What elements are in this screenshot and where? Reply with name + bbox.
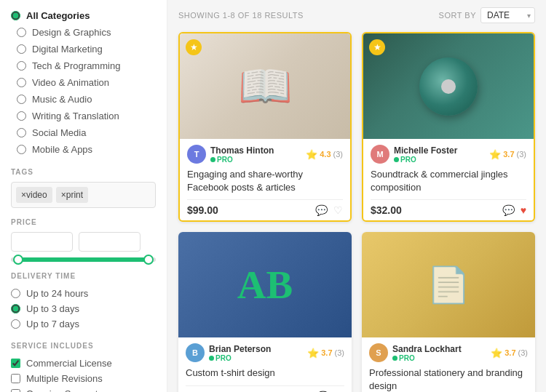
card-1-avatar: T (187, 145, 206, 164)
category-writing-label: Writing & Translation (32, 111, 119, 121)
card-3-body: B Brian Peterson PRO ⭐ 3.7 (178, 337, 352, 392)
card-2-seller-name: Michelle Foster (394, 145, 457, 156)
category-all-label: All Categories (26, 10, 90, 21)
price-min-input[interactable]: 32 (11, 232, 73, 252)
card-1-image: 📖 (180, 33, 350, 139)
service-includes-label: SERVICE INCLUDES (11, 342, 156, 350)
card-3-seller-info: B Brian Peterson PRO (186, 343, 271, 362)
card-2-rating-count: (3) (517, 150, 526, 159)
sort-wrapper: DATE RATING PRICE (480, 7, 535, 23)
tag-video[interactable]: ×video (16, 187, 52, 203)
card-2-body: M Michelle Foster PRO ⭐ 3.7 (363, 139, 534, 220)
card-1-seller-row: T Thomas Hinton PRO ⭐ 4.3 (187, 145, 343, 164)
card-1-rating-value: 4.3 (320, 150, 331, 159)
card-1-comment-icon[interactable]: 💬 (315, 204, 328, 216)
card-4-seller-details: Sandra Lockhart PRO (392, 344, 462, 362)
card-3-star-icon: ⭐ (307, 348, 319, 359)
price-row: 32 99 (11, 232, 156, 252)
tags-section: TAGS ×video ×print (11, 168, 156, 208)
category-all-radio[interactable] (11, 11, 20, 20)
card-4-avatar: S (369, 343, 388, 362)
card-2-like-icon[interactable]: ♥ (521, 204, 526, 216)
card-3-rating-count: (3) (335, 348, 344, 357)
service-commercial[interactable]: Commercial License (11, 356, 156, 371)
card-1-pro-dot (210, 157, 215, 162)
category-social-label: Social Media (32, 127, 86, 138)
card-4-pro-dot (392, 356, 397, 361)
delivery-24h[interactable]: Up to 24 hours (11, 286, 156, 301)
card-1-featured-badge: ★ (186, 39, 202, 55)
card-3-title: Custom t-shirt design (186, 367, 344, 380)
card-2-actions: 💬 ♥ (502, 204, 526, 216)
card-4-seller-info: S Sandra Lockhart PRO (369, 343, 462, 362)
delivery-3days[interactable]: Up to 3 days (11, 301, 156, 316)
card-2-price: $32.00 (371, 204, 402, 216)
card-2-featured-badge: ★ (369, 39, 385, 55)
card-1-seller-name: Thomas Hinton (210, 145, 274, 156)
service-support[interactable]: Ongoing Support (11, 386, 156, 392)
category-digital-label: Digital Marketing (32, 44, 103, 55)
card-4-seller-row: S Sandra Lockhart PRO ⭐ 3.7 (369, 343, 528, 362)
card-2-avatar: M (371, 145, 389, 164)
category-video-label: Video & Animation (32, 77, 109, 88)
price-section: PRICE 32 99 (11, 218, 156, 262)
card-4-rating-value: 3.7 (505, 348, 515, 357)
card-3-pro-dot (209, 356, 214, 361)
card-4-body: S Sandra Lockhart PRO ⭐ 3.7 (362, 337, 535, 392)
card-1-price: $99.00 (187, 204, 218, 216)
card-3[interactable]: AB B Brian Peterson PRO (178, 232, 352, 392)
category-mobile[interactable]: Mobile & Apps (11, 141, 156, 158)
category-design-label: Design & Graphics (32, 27, 111, 38)
card-1-body: T Thomas Hinton PRO ⭐ 4.3 (180, 139, 350, 220)
card-4-seller-name: Sandra Lockhart (392, 344, 462, 354)
price-slider-thumb-left[interactable] (13, 255, 23, 265)
category-mobile-label: Mobile & Apps (32, 144, 92, 155)
card-4[interactable]: 📄 S Sandra Lockhart PRO (362, 232, 535, 392)
price-max-input[interactable]: 99 (79, 232, 141, 252)
price-slider-track (11, 257, 156, 262)
card-4-image: 📄 (362, 232, 535, 337)
card-2-image (363, 33, 534, 139)
card-4-title: Professional stationery and branding des… (369, 367, 528, 392)
card-2-seller-details: Michelle Foster PRO (394, 145, 457, 164)
card-2-rating-value: 3.7 (503, 150, 514, 159)
delivery-section: DELIVERY TIME Up to 24 hours Up to 3 day… (11, 272, 156, 332)
category-tech[interactable]: Tech & Programming (11, 57, 156, 74)
delivery-7days[interactable]: Up to 7 days (11, 316, 156, 332)
card-1-footer: $99.00 💬 ♡ (187, 199, 343, 216)
card-4-pro-badge: PRO (392, 354, 462, 362)
sort-bar: SORT BY DATE RATING PRICE (439, 7, 535, 23)
category-writing[interactable]: Writing & Translation (11, 108, 156, 124)
price-slider-thumb-right[interactable] (143, 255, 154, 265)
card-1-like-icon[interactable]: ♡ (333, 204, 343, 216)
card-2-title: Soundtrack & commercial jingles composit… (371, 168, 526, 193)
card-3-rating-value: 3.7 (321, 348, 332, 357)
card-3-rating: ⭐ 3.7 (3) (307, 348, 344, 359)
category-video[interactable]: Video & Animation (11, 74, 156, 91)
card-2[interactable]: ★ M Michelle Foster PRO (362, 32, 535, 222)
card-1[interactable]: 📖 ★ T Thomas Hinton PRO (178, 32, 352, 222)
card-3-pro-badge: PRO (209, 354, 271, 362)
category-all[interactable]: All Categories (11, 7, 156, 24)
category-social[interactable]: Social Media (11, 124, 156, 141)
service-includes-section: SERVICE INCLUDES Commercial License Mult… (11, 342, 156, 392)
card-2-rating: ⭐ 3.7 (3) (489, 149, 526, 160)
card-2-comment-icon[interactable]: 💬 (502, 204, 515, 216)
category-music[interactable]: Music & Audio (11, 91, 156, 108)
card-1-rating-count: (3) (333, 150, 343, 159)
tag-print[interactable]: ×print (56, 187, 88, 203)
results-text: SHOWING 1-8 OF 18 RESULTS (178, 11, 304, 20)
service-revisions[interactable]: Multiple Revisions (11, 371, 156, 386)
sidebar: All Categories Design & Graphics Digital… (0, 0, 167, 392)
card-3-avatar: B (186, 343, 205, 362)
delivery-label: DELIVERY TIME (11, 272, 156, 280)
card-4-star-icon: ⭐ (491, 348, 502, 359)
category-tech-label: Tech & Programming (32, 60, 120, 71)
category-design[interactable]: Design & Graphics (11, 24, 156, 41)
category-digital[interactable]: Digital Marketing (11, 41, 156, 57)
main-content: SHOWING 1-8 OF 18 RESULTS SORT BY DATE R… (167, 0, 546, 392)
card-1-rating: ⭐ 4.3 (3) (306, 149, 343, 160)
card-2-cd-inner (441, 79, 456, 94)
sort-select[interactable]: DATE RATING PRICE (480, 7, 535, 23)
card-1-star-icon: ⭐ (306, 149, 317, 160)
